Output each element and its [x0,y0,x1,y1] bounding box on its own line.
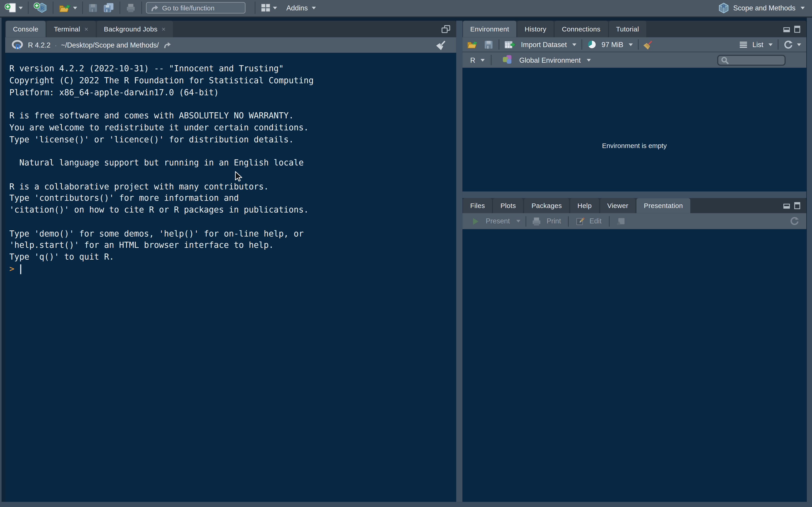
caret-down-icon [516,220,520,222]
maximize-pane-icon[interactable] [794,25,801,33]
scope-label: Global Environment [519,56,581,64]
scope-selector-button[interactable]: Global Environment [501,53,592,67]
caret-down-icon [18,7,23,9]
toolbar-separator [568,216,569,226]
tab-help-label: Help [577,202,592,209]
vertical-splitter[interactable] [456,20,462,502]
list-view-button[interactable]: List [739,37,773,52]
tab-console[interactable]: Console [6,20,46,37]
edit-pencil-icon [576,217,585,226]
save-workspace-icon[interactable] [484,40,494,49]
console-prompt: > [9,263,14,275]
memory-usage-pie-icon [587,40,596,49]
svg-text:R: R [40,5,44,11]
caret-down-icon [273,7,277,9]
toolbar-separator [778,39,778,50]
tab-viewer[interactable]: Viewer [600,198,636,213]
environment-toolbar: Import Dataset 97 MiB [462,37,806,52]
toolbar-separator [141,2,142,14]
tab-presentation[interactable]: Presentation [637,198,690,213]
tab-connections-label: Connections [562,25,600,33]
environment-search-box[interactable] [717,55,786,66]
memory-usage-button[interactable]: 97 MiB [586,37,633,52]
caret-down-icon [572,43,576,46]
output-pane: Files Plots Packages Help Viewer Present… [462,198,806,502]
edit-label: Edit [590,217,602,225]
save-all-button[interactable] [102,0,115,15]
tab-connections[interactable]: Connections [555,20,608,37]
clear-console-broom-icon[interactable] [436,39,447,51]
tab-background-jobs-label: Background Jobs [104,25,157,33]
toolbar-separator [491,55,491,65]
restore-pane-icon[interactable] [441,25,450,34]
tab-files[interactable]: Files [463,198,492,213]
refresh-icon [783,40,793,49]
working-directory-path: ~/Desktop/Scope and Methods/ [61,41,159,49]
tab-tutorial[interactable]: Tutorial [609,20,646,37]
goto-file-input[interactable] [162,4,235,11]
open-directory-arrow-icon[interactable] [163,42,172,49]
tab-packages[interactable]: Packages [524,198,569,213]
toolbar-separator [255,2,255,14]
maximize-pane-icon[interactable] [794,202,801,209]
console-content[interactable]: R version 4.2.2 (2022-10-31) -- "Innocen… [5,53,456,502]
edit-presentation-button[interactable]: Edit [575,214,603,228]
output-tabstrip: Files Plots Packages Help Viewer Present… [462,198,806,213]
new-file-button[interactable] [4,0,24,15]
present-button[interactable]: Present [471,214,521,228]
environment-content: Environment is empty [462,68,806,191]
load-workspace-folder-icon[interactable] [466,40,478,49]
caret-down-icon [768,43,773,46]
tab-plots[interactable]: Plots [493,198,523,213]
clear-environment-broom-icon[interactable] [643,39,653,50]
goto-file-search[interactable] [146,2,246,13]
refresh-environment-button[interactable] [782,37,802,52]
console-titlebar: R R 4.2.2 · ~/Desktop/Scope and Methods/ [5,37,456,53]
open-file-button[interactable] [58,0,78,15]
open-in-new-window-icon[interactable] [616,217,625,225]
print-presentation-button[interactable]: Print [530,214,562,228]
tab-environment[interactable]: Environment [463,20,516,37]
refresh-presentation-icon[interactable] [790,217,799,226]
addins-label: Addins [286,4,308,11]
pane-layout-button[interactable] [259,0,278,15]
pane-grid-icon [261,3,271,12]
language-selector-button[interactable]: R [469,53,486,67]
project-cube-icon: R [718,2,729,13]
tab-terminal[interactable]: Terminal × [47,20,96,37]
caret-down-icon [797,43,801,46]
presentation-toolbar: Present Print [462,213,806,229]
import-dataset-label: Import Dataset [521,41,567,48]
search-icon [721,56,729,64]
minimize-pane-icon[interactable] [783,202,790,209]
tab-history-label: History [525,25,547,33]
language-label: R [470,56,475,64]
tab-tutorial-label: Tutorial [616,25,639,33]
project-name: Scope and Methods [733,4,795,11]
tab-plots-label: Plots [501,202,516,209]
close-icon[interactable]: × [161,25,166,33]
project-menu-button[interactable]: R Scope and Methods [717,0,806,15]
save-button[interactable] [87,0,99,15]
caret-down-icon [587,59,591,61]
new-project-button[interactable]: R [33,0,49,15]
import-dataset-icon [504,40,516,49]
tab-background-jobs[interactable]: Background Jobs × [97,20,173,37]
environment-search-input[interactable] [729,57,781,64]
new-project-icon: R [34,2,48,14]
tab-help[interactable]: Help [570,198,599,213]
close-icon[interactable]: × [84,25,88,33]
caret-down-icon [480,59,485,61]
print-button[interactable] [124,0,137,15]
global-environment-icon [502,54,513,66]
console-output: R version 4.2.2 (2022-10-31) -- "Innocen… [5,53,456,263]
horizontal-splitter[interactable] [462,191,806,198]
minimize-pane-icon[interactable] [783,25,790,33]
addins-button[interactable]: Addins [285,0,317,15]
toolbar-separator [638,39,638,50]
console-prompt-line: > [5,263,456,275]
tab-history[interactable]: History [517,20,554,37]
tab-files-label: Files [470,202,485,209]
import-dataset-button[interactable]: Import Dataset [503,37,577,52]
save-icon [88,3,98,13]
